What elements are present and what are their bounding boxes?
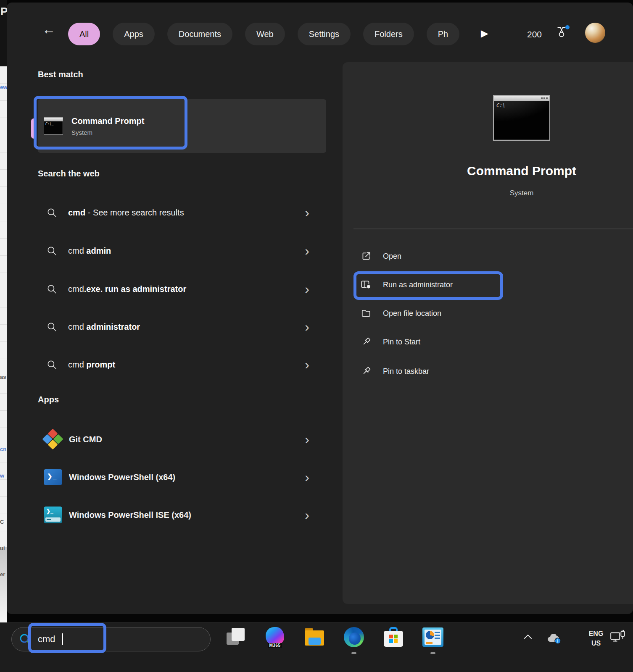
search-icon xyxy=(46,207,57,218)
onedrive-cloud-icon[interactable]: i xyxy=(546,633,562,646)
section-heading-best-match: Best match xyxy=(38,70,83,79)
app-result-row[interactable]: Git CMD › xyxy=(38,423,326,456)
language-switcher[interactable]: ENG US xyxy=(583,629,609,648)
pin-icon xyxy=(360,336,372,347)
command-prompt-icon-large xyxy=(493,95,550,141)
tab-settings[interactable]: Settings xyxy=(298,23,351,45)
folder-icon xyxy=(360,308,372,319)
text-cursor xyxy=(62,633,63,645)
preview-subtitle: System xyxy=(343,189,633,197)
network-monitor-icon[interactable] xyxy=(609,630,626,646)
svg-text:i: i xyxy=(557,639,559,643)
notification-dot xyxy=(565,25,570,29)
back-button[interactable]: ← xyxy=(42,23,55,36)
m365-copilot-button[interactable]: M365 xyxy=(264,626,286,648)
system-utility-button[interactable] xyxy=(422,626,444,648)
background-text-fragment: ew xyxy=(0,84,7,90)
chevron-right-icon[interactable]: › xyxy=(305,508,309,522)
chevron-right-icon[interactable]: › xyxy=(305,282,309,296)
selection-indicator xyxy=(31,118,36,139)
edge-browser-button[interactable] xyxy=(343,626,365,648)
preview-pane: Command Prompt System Open Run as admini… xyxy=(343,62,633,604)
task-view-button[interactable] xyxy=(224,626,246,648)
git-icon xyxy=(43,429,63,449)
rewards-points: 200 xyxy=(527,29,542,39)
background-text-fragment: w xyxy=(0,472,4,479)
web-suggestion-row[interactable]: cmd.exe. run as administrator › xyxy=(38,272,326,306)
chevron-right-icon[interactable]: › xyxy=(305,358,309,371)
chevron-right-icon[interactable]: › xyxy=(305,244,309,257)
rewards-trophy-icon[interactable] xyxy=(556,26,569,41)
m365-badge: M365 xyxy=(268,643,282,648)
search-icon xyxy=(46,359,57,370)
web-suggestion-row[interactable]: cmd administrator › xyxy=(38,310,326,344)
running-indicator xyxy=(351,652,356,654)
result-subtitle: System xyxy=(71,129,144,136)
tab-photos-clipped[interactable]: Ph xyxy=(427,23,459,45)
microsoft-store-button[interactable] xyxy=(382,626,404,648)
tab-folders[interactable]: Folders xyxy=(363,23,414,45)
web-suggestion-row[interactable]: cmd admin › xyxy=(38,234,326,268)
section-heading-web: Search the web xyxy=(38,169,100,178)
run-as-admin-icon xyxy=(360,279,372,291)
action-run-as-administrator[interactable]: Run as administrator xyxy=(360,270,612,299)
taskbar-search-box[interactable]: cmd xyxy=(11,627,211,651)
tray-expand-icon[interactable] xyxy=(522,633,533,642)
action-open-file-location[interactable]: Open file location xyxy=(360,299,612,328)
background-text-fragment: ul xyxy=(0,545,5,551)
background-text-fragment: cn xyxy=(0,446,6,452)
more-filters-icon[interactable]: ▶ xyxy=(481,29,488,38)
background-text-fragment: as xyxy=(0,374,6,380)
background-text-fragment: er xyxy=(0,571,5,578)
running-indicator xyxy=(430,652,435,654)
taskbar: cmd M365 i ENG US xyxy=(0,622,633,672)
chevron-right-icon[interactable]: › xyxy=(305,206,309,219)
search-icon xyxy=(18,633,32,646)
app-result-row[interactable]: Windows PowerShell ISE (x64) › xyxy=(38,498,326,532)
action-pin-to-start[interactable]: Pin to Start xyxy=(360,328,612,356)
section-heading-apps: Apps xyxy=(38,395,59,404)
taskbar-search-input[interactable]: cmd xyxy=(38,634,55,645)
search-icon xyxy=(46,245,57,256)
web-suggestion-row[interactable]: cmd prompt › xyxy=(38,348,326,381)
app-result-row[interactable]: Windows PowerShell (x64) › xyxy=(38,460,326,494)
powershell-icon xyxy=(43,467,63,487)
search-flyout: ← All Apps Documents Web Settings Folder… xyxy=(7,3,633,614)
divider xyxy=(353,228,633,229)
tab-apps[interactable]: Apps xyxy=(113,23,155,45)
search-icon xyxy=(46,284,57,294)
preview-title: Command Prompt xyxy=(343,164,633,178)
background-document-fade xyxy=(0,547,7,622)
web-suggestion-row[interactable]: cmd - See more search results › xyxy=(38,196,326,229)
pin-icon xyxy=(360,366,372,377)
search-icon xyxy=(46,321,57,332)
background-window-edge: P. ew as cn w C ul er xyxy=(0,0,7,622)
action-open[interactable]: Open xyxy=(360,242,612,270)
file-explorer-button[interactable] xyxy=(303,626,325,648)
action-pin-to-taskbar[interactable]: Pin to taskbar xyxy=(360,357,612,386)
chevron-right-icon[interactable]: › xyxy=(305,433,309,446)
best-match-result[interactable]: Command Prompt System xyxy=(38,99,326,153)
open-icon xyxy=(360,251,372,262)
chevron-right-icon[interactable]: › xyxy=(305,320,309,333)
result-title: Command Prompt xyxy=(71,116,144,126)
chevron-right-icon[interactable]: › xyxy=(305,470,309,484)
tab-documents[interactable]: Documents xyxy=(167,23,232,45)
user-avatar[interactable] xyxy=(585,23,605,43)
tab-web[interactable]: Web xyxy=(245,23,285,45)
background-text-fragment: C xyxy=(0,519,4,525)
command-prompt-icon xyxy=(44,117,63,135)
tab-all[interactable]: All xyxy=(68,23,100,45)
filter-tabs: All Apps Documents Web Settings Folders … xyxy=(68,22,464,46)
powershell-ise-icon xyxy=(43,505,63,525)
